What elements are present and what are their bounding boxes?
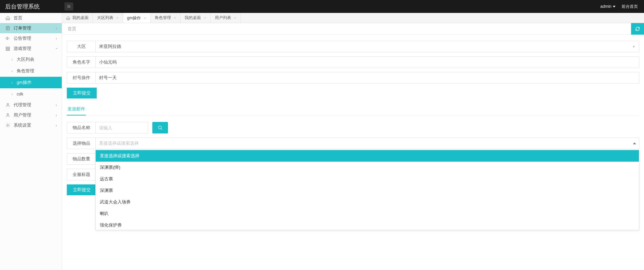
sidebar: 首页 订单管理 ‹ 公告管理 ‹ 游戏管理 ‹ › 大区列表 › 角色管理 › …: [0, 13, 62, 270]
close-icon[interactable]: ×: [204, 15, 206, 20]
item-name-input[interactable]: [99, 125, 145, 130]
gear-icon: [5, 123, 10, 128]
select-item-select[interactable]: 直接选择或搜索选择: [95, 138, 639, 149]
svg-rect-4: [8, 49, 10, 51]
sidebar-item-orders[interactable]: 订单管理 ‹: [0, 23, 62, 33]
svg-point-5: [7, 103, 9, 105]
sidebar-sub-label: 角色管理: [17, 68, 34, 74]
user-name-label: admin: [600, 4, 611, 9]
svg-point-6: [7, 113, 9, 115]
dropdown-option[interactable]: 直接选择或搜索选择: [96, 150, 639, 162]
item-qty-label: 物品数量: [67, 153, 95, 165]
sidebar-toggle-button[interactable]: [64, 2, 73, 11]
close-icon[interactable]: ×: [234, 15, 236, 20]
sidebar-item-label: 系统设置: [14, 122, 31, 128]
home-icon: [5, 16, 10, 20]
dropdown-option[interactable]: 深渊票(绑): [96, 162, 639, 173]
item-name-input-wrap: [95, 122, 148, 133]
role-name-input[interactable]: [99, 60, 636, 65]
refresh-icon: [635, 26, 640, 32]
select-item-dropdown: 直接选择或搜索选择 深渊票(绑) 远古票 深渊票 武道大会入场券 喇叭 强化保护…: [95, 150, 639, 230]
chevron-right-icon: ›: [12, 69, 13, 73]
tab-label: 用户列表: [215, 15, 231, 21]
region-select[interactable]: 米亚阿拉德 ▼: [95, 41, 639, 52]
user-menu[interactable]: admin: [600, 4, 615, 9]
svg-point-7: [7, 125, 8, 126]
dropdown-option[interactable]: 强化保护券: [96, 219, 639, 230]
sidebar-item-label: 游戏管理: [14, 46, 31, 52]
announce-icon: [5, 36, 10, 41]
home-icon: [66, 16, 70, 20]
search-button[interactable]: [152, 122, 168, 133]
tab-role-manage[interactable]: 角色管理 ×: [151, 13, 181, 23]
svg-rect-3: [6, 49, 7, 51]
tab-bar: 我的桌面 大区列表 × gm操作 × 角色管理 × 我的桌面 × 用户列表 ×: [62, 13, 644, 23]
region-value: 米亚阿拉德: [99, 43, 121, 50]
tab-my-desktop-2[interactable]: 我的桌面 ×: [181, 13, 211, 23]
tab-gm-ops[interactable]: gm操作 ×: [123, 13, 151, 23]
sidebar-sub-region-list[interactable]: › 大区列表: [0, 54, 62, 65]
caret-down-icon: ▼: [632, 45, 636, 49]
close-icon[interactable]: ×: [174, 15, 176, 20]
submit-button-2[interactable]: 立即提交: [67, 184, 97, 195]
sidebar-item-announce[interactable]: 公告管理 ‹: [0, 33, 62, 43]
tab-my-desktop[interactable]: 我的桌面: [62, 13, 93, 23]
chevron-left-icon: ‹: [56, 103, 57, 107]
game-icon: [5, 46, 10, 51]
mail-tab[interactable]: 发放邮件: [67, 103, 86, 115]
sidebar-item-label: 用户管理: [14, 112, 31, 118]
frontend-home-link[interactable]: 前台首页: [622, 4, 638, 10]
chevron-left-icon: ‹: [56, 26, 57, 30]
dropdown-option[interactable]: 深渊票: [96, 185, 639, 196]
close-icon[interactable]: ×: [144, 16, 146, 21]
triangle-up-icon: [633, 142, 636, 144]
breadcrumb[interactable]: 首页: [68, 26, 76, 32]
sidebar-sub-role-manage[interactable]: › 角色管理: [0, 65, 62, 77]
user-icon: [5, 113, 10, 118]
region-label: 大区: [67, 41, 95, 52]
chevron-left-icon: ‹: [56, 36, 57, 40]
sidebar-item-label: 公告管理: [14, 35, 31, 41]
chevron-right-icon: ›: [12, 58, 13, 61]
ban-value: 封号一天: [99, 75, 117, 81]
submit-button-1[interactable]: 立即提交: [67, 88, 97, 98]
ban-select[interactable]: 封号一天: [95, 72, 639, 84]
caret-down-icon: [613, 6, 615, 7]
chevron-right-icon: ›: [12, 81, 13, 85]
select-item-placeholder: 直接选择或搜索选择: [99, 140, 139, 146]
sidebar-sub-cdk[interactable]: › cdk: [0, 88, 62, 100]
sidebar-sub-label: 大区列表: [17, 57, 34, 62]
chevron-left-icon: ‹: [56, 123, 57, 127]
sidebar-item-label: 订单管理: [14, 25, 31, 31]
close-icon[interactable]: ×: [116, 15, 119, 20]
dropdown-option[interactable]: 喇叭: [96, 208, 639, 219]
sidebar-sub-label: cdk: [17, 92, 23, 96]
ban-label: 封号操作: [67, 72, 95, 84]
sidebar-sub-label: gm操作: [17, 80, 31, 86]
role-name-label: 角色名字: [67, 56, 95, 68]
svg-rect-1: [6, 47, 7, 48]
sidebar-sub-gm-ops[interactable]: › gm操作: [0, 77, 62, 88]
dropdown-option[interactable]: 武道大会入场券: [96, 196, 639, 208]
select-item-label: 选择物品: [67, 138, 95, 149]
tab-label: gm操作: [127, 15, 141, 21]
sidebar-item-user[interactable]: 用户管理 ‹: [0, 110, 62, 120]
tab-user-list[interactable]: 用户列表 ×: [211, 13, 241, 23]
chevron-right-icon: ›: [12, 92, 13, 96]
dropdown-option[interactable]: 远古票: [96, 173, 639, 185]
tab-region-list[interactable]: 大区列表 ×: [93, 13, 123, 23]
sidebar-item-label: 代理管理: [14, 102, 31, 108]
chevron-down-icon: ‹: [54, 48, 58, 49]
sidebar-item-agent[interactable]: 代理管理 ‹: [0, 100, 62, 110]
svg-point-8: [158, 126, 161, 129]
refresh-button[interactable]: [631, 23, 644, 35]
tab-label: 角色管理: [155, 15, 171, 21]
sidebar-item-settings[interactable]: 系统设置 ‹: [0, 120, 62, 130]
svg-rect-2: [8, 47, 10, 48]
sidebar-item-game[interactable]: 游戏管理 ‹: [0, 43, 62, 54]
server-title-label: 全服标题: [67, 169, 95, 180]
tab-label: 大区列表: [97, 15, 113, 21]
sidebar-item-home[interactable]: 首页: [0, 13, 62, 23]
app-logo: 后台管理系统: [0, 3, 62, 11]
content-area: 大区 米亚阿拉德 ▼ 角色名字 封号操作 封号一天 立即提交: [62, 35, 644, 270]
